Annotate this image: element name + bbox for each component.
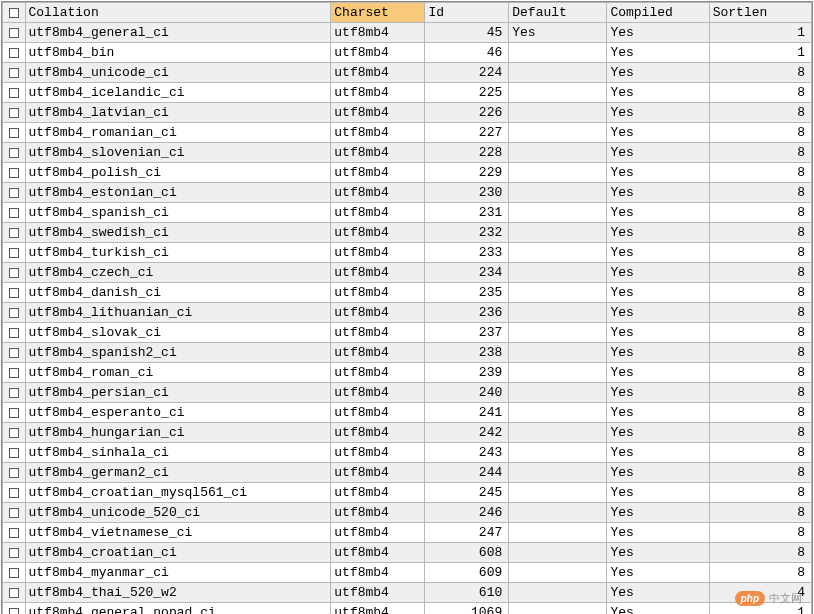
cell-charset: utf8mb4 (331, 363, 425, 383)
cell-collation: utf8mb4_spanish2_ci (25, 343, 331, 363)
row-checkbox[interactable] (3, 303, 26, 323)
row-checkbox[interactable] (3, 283, 26, 303)
cell-sortlen: 8 (709, 223, 811, 243)
row-checkbox[interactable] (3, 403, 26, 423)
table-row[interactable]: utf8mb4_roman_ciutf8mb4239Yes8 (3, 363, 812, 383)
header-checkbox[interactable] (3, 3, 26, 23)
table-row[interactable]: utf8mb4_general_nopad_ciutf8mb41069Yes1 (3, 603, 812, 615)
header-collation[interactable]: Collation (25, 3, 331, 23)
table-row[interactable]: utf8mb4_spanish_ciutf8mb4231Yes8 (3, 203, 812, 223)
cell-charset: utf8mb4 (331, 263, 425, 283)
cell-charset: utf8mb4 (331, 423, 425, 443)
row-checkbox[interactable] (3, 83, 26, 103)
table-row[interactable]: utf8mb4_icelandic_ciutf8mb4225Yes8 (3, 83, 812, 103)
table-row[interactable]: utf8mb4_polish_ciutf8mb4229Yes8 (3, 163, 812, 183)
cell-id: 231 (425, 203, 509, 223)
row-checkbox[interactable] (3, 603, 26, 615)
cell-default (509, 503, 607, 523)
table-row[interactable]: utf8mb4_hungarian_ciutf8mb4242Yes8 (3, 423, 812, 443)
table-row[interactable]: utf8mb4_thai_520_w2utf8mb4610Yes4 (3, 583, 812, 603)
header-sortlen[interactable]: Sortlen (709, 3, 811, 23)
cell-id: 229 (425, 163, 509, 183)
table-row[interactable]: utf8mb4_swedish_ciutf8mb4232Yes8 (3, 223, 812, 243)
row-checkbox[interactable] (3, 583, 26, 603)
cell-id: 45 (425, 23, 509, 43)
row-checkbox[interactable] (3, 43, 26, 63)
row-checkbox[interactable] (3, 123, 26, 143)
table-row[interactable]: utf8mb4_lithuanian_ciutf8mb4236Yes8 (3, 303, 812, 323)
row-checkbox[interactable] (3, 103, 26, 123)
row-checkbox[interactable] (3, 223, 26, 243)
table-row[interactable]: utf8mb4_estonian_ciutf8mb4230Yes8 (3, 183, 812, 203)
table-row[interactable]: utf8mb4_vietnamese_ciutf8mb4247Yes8 (3, 523, 812, 543)
cell-compiled: Yes (607, 323, 709, 343)
row-checkbox[interactable] (3, 383, 26, 403)
row-checkbox[interactable] (3, 183, 26, 203)
row-checkbox[interactable] (3, 323, 26, 343)
row-checkbox[interactable] (3, 143, 26, 163)
table-row[interactable]: utf8mb4_esperanto_ciutf8mb4241Yes8 (3, 403, 812, 423)
cell-charset: utf8mb4 (331, 323, 425, 343)
header-default[interactable]: Default (509, 3, 607, 23)
cell-default (509, 103, 607, 123)
table-row[interactable]: utf8mb4_german2_ciutf8mb4244Yes8 (3, 463, 812, 483)
table-row[interactable]: utf8mb4_spanish2_ciutf8mb4238Yes8 (3, 343, 812, 363)
checkbox-icon (9, 28, 19, 38)
checkbox-icon (9, 68, 19, 78)
row-checkbox[interactable] (3, 483, 26, 503)
header-id[interactable]: Id (425, 3, 509, 23)
row-checkbox[interactable] (3, 423, 26, 443)
table-row[interactable]: utf8mb4_general_ciutf8mb445YesYes1 (3, 23, 812, 43)
cell-sortlen: 1 (709, 43, 811, 63)
table-row[interactable]: utf8mb4_slovak_ciutf8mb4237Yes8 (3, 323, 812, 343)
table-row[interactable]: utf8mb4_czech_ciutf8mb4234Yes8 (3, 263, 812, 283)
cell-id: 236 (425, 303, 509, 323)
table-row[interactable]: utf8mb4_slovenian_ciutf8mb4228Yes8 (3, 143, 812, 163)
cell-collation: utf8mb4_spanish_ci (25, 203, 331, 223)
table-row[interactable]: utf8mb4_danish_ciutf8mb4235Yes8 (3, 283, 812, 303)
cell-charset: utf8mb4 (331, 303, 425, 323)
header-charset[interactable]: Charset (331, 3, 425, 23)
cell-sortlen: 1 (709, 23, 811, 43)
row-checkbox[interactable] (3, 523, 26, 543)
row-checkbox[interactable] (3, 243, 26, 263)
checkbox-icon (9, 468, 19, 478)
cell-collation: utf8mb4_croatian_mysql561_ci (25, 483, 331, 503)
cell-id: 1069 (425, 603, 509, 615)
cell-default (509, 63, 607, 83)
row-checkbox[interactable] (3, 203, 26, 223)
row-checkbox[interactable] (3, 23, 26, 43)
row-checkbox[interactable] (3, 263, 26, 283)
table-row[interactable]: utf8mb4_unicode_ciutf8mb4224Yes8 (3, 63, 812, 83)
table-row[interactable]: utf8mb4_myanmar_ciutf8mb4609Yes8 (3, 563, 812, 583)
row-checkbox[interactable] (3, 63, 26, 83)
header-compiled[interactable]: Compiled (607, 3, 709, 23)
table-row[interactable]: utf8mb4_unicode_520_ciutf8mb4246Yes8 (3, 503, 812, 523)
row-checkbox[interactable] (3, 163, 26, 183)
checkbox-icon (9, 308, 19, 318)
row-checkbox[interactable] (3, 443, 26, 463)
cell-default (509, 163, 607, 183)
table-row[interactable]: utf8mb4_binutf8mb446Yes1 (3, 43, 812, 63)
table-row[interactable]: utf8mb4_latvian_ciutf8mb4226Yes8 (3, 103, 812, 123)
cell-default (509, 583, 607, 603)
row-checkbox[interactable] (3, 343, 26, 363)
table-row[interactable]: utf8mb4_romanian_ciutf8mb4227Yes8 (3, 123, 812, 143)
table-row[interactable]: utf8mb4_croatian_mysql561_ciutf8mb4245Ye… (3, 483, 812, 503)
row-checkbox[interactable] (3, 463, 26, 483)
row-checkbox[interactable] (3, 563, 26, 583)
row-checkbox[interactable] (3, 363, 26, 383)
cell-charset: utf8mb4 (331, 43, 425, 63)
checkbox-icon (9, 428, 19, 438)
row-checkbox[interactable] (3, 543, 26, 563)
cell-id: 242 (425, 423, 509, 443)
cell-sortlen: 8 (709, 123, 811, 143)
row-checkbox[interactable] (3, 503, 26, 523)
table-row[interactable]: utf8mb4_turkish_ciutf8mb4233Yes8 (3, 243, 812, 263)
checkbox-icon (9, 108, 19, 118)
cell-charset: utf8mb4 (331, 203, 425, 223)
table-row[interactable]: utf8mb4_sinhala_ciutf8mb4243Yes8 (3, 443, 812, 463)
cell-sortlen: 8 (709, 343, 811, 363)
table-row[interactable]: utf8mb4_persian_ciutf8mb4240Yes8 (3, 383, 812, 403)
table-row[interactable]: utf8mb4_croatian_ciutf8mb4608Yes8 (3, 543, 812, 563)
